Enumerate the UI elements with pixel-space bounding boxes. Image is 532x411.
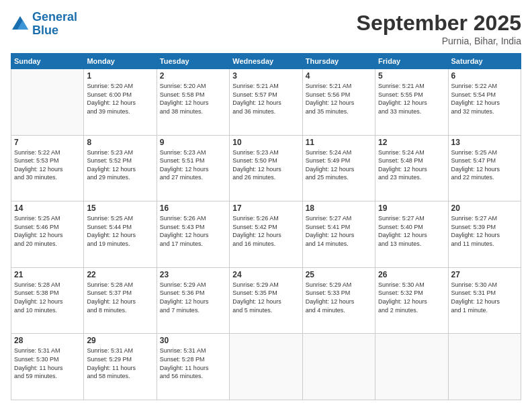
day-info: Sunrise: 5:29 AM Sunset: 5:35 PM Dayligh… (232, 281, 299, 314)
month-title: September 2025 (357, 11, 521, 36)
calendar-week-row: 21Sunrise: 5:28 AM Sunset: 5:38 PM Dayli… (11, 267, 521, 334)
calendar-cell: 4Sunrise: 5:21 AM Sunset: 5:56 PM Daylig… (302, 69, 375, 136)
weekday-header: Sunday (11, 54, 84, 69)
day-info: Sunrise: 5:27 AM Sunset: 5:39 PM Dayligh… (451, 214, 518, 248)
day-number: 12 (378, 138, 445, 147)
day-number: 27 (451, 270, 518, 279)
day-info: Sunrise: 5:23 AM Sunset: 5:51 PM Dayligh… (160, 148, 226, 182)
logo-line2: Blue (32, 24, 58, 37)
calendar-week-row: 1Sunrise: 5:20 AM Sunset: 6:00 PM Daylig… (11, 69, 521, 136)
day-number: 21 (14, 270, 81, 279)
calendar-cell: 15Sunrise: 5:25 AM Sunset: 5:44 PM Dayli… (84, 201, 157, 268)
day-info: Sunrise: 5:29 AM Sunset: 5:36 PM Dayligh… (160, 281, 226, 314)
day-number: 5 (378, 71, 445, 81)
logo-text: General Blue (32, 11, 77, 38)
day-number: 7 (14, 138, 81, 147)
day-info: Sunrise: 5:24 AM Sunset: 5:48 PM Dayligh… (378, 148, 445, 182)
day-info: Sunrise: 5:23 AM Sunset: 5:52 PM Dayligh… (87, 148, 153, 182)
calendar-cell: 3Sunrise: 5:21 AM Sunset: 5:57 PM Daylig… (230, 69, 302, 136)
day-number: 11 (306, 138, 372, 147)
day-number: 8 (87, 138, 153, 147)
day-info: Sunrise: 5:31 AM Sunset: 5:29 PM Dayligh… (87, 347, 153, 380)
day-number: 6 (451, 71, 518, 81)
day-info: Sunrise: 5:30 AM Sunset: 5:31 PM Dayligh… (451, 281, 518, 314)
day-info: Sunrise: 5:31 AM Sunset: 5:28 PM Dayligh… (160, 347, 226, 380)
day-info: Sunrise: 5:20 AM Sunset: 6:00 PM Dayligh… (87, 82, 153, 116)
day-number: 28 (14, 336, 81, 345)
calendar-cell: 28Sunrise: 5:31 AM Sunset: 5:30 PM Dayli… (11, 334, 84, 400)
logo-icon (11, 15, 30, 34)
day-info: Sunrise: 5:20 AM Sunset: 5:58 PM Dayligh… (160, 82, 226, 116)
calendar-cell (230, 334, 302, 400)
day-number: 15 (87, 203, 153, 213)
calendar-table: SundayMondayTuesdayWednesdayThursdayFrid… (11, 53, 521, 400)
calendar-cell: 14Sunrise: 5:25 AM Sunset: 5:46 PM Dayli… (11, 201, 84, 268)
calendar-cell: 18Sunrise: 5:27 AM Sunset: 5:41 PM Dayli… (302, 201, 375, 268)
day-info: Sunrise: 5:25 AM Sunset: 5:44 PM Dayligh… (87, 214, 153, 248)
day-number: 17 (232, 203, 299, 213)
calendar-cell: 7Sunrise: 5:22 AM Sunset: 5:53 PM Daylig… (11, 135, 84, 201)
day-info: Sunrise: 5:23 AM Sunset: 5:50 PM Dayligh… (232, 148, 299, 182)
title-block: September 2025 Purnia, Bihar, India (357, 11, 521, 46)
calendar-cell: 9Sunrise: 5:23 AM Sunset: 5:51 PM Daylig… (157, 135, 229, 201)
calendar-cell: 5Sunrise: 5:21 AM Sunset: 5:55 PM Daylig… (375, 69, 448, 136)
day-number: 2 (160, 71, 226, 81)
day-info: Sunrise: 5:21 AM Sunset: 5:57 PM Dayligh… (232, 82, 299, 116)
day-number: 13 (451, 138, 518, 147)
calendar-cell: 12Sunrise: 5:24 AM Sunset: 5:48 PM Dayli… (375, 135, 448, 201)
weekday-header: Tuesday (157, 54, 229, 69)
day-number: 10 (232, 138, 299, 147)
location: Purnia, Bihar, India (357, 36, 521, 46)
calendar-cell: 25Sunrise: 5:29 AM Sunset: 5:33 PM Dayli… (302, 267, 375, 334)
calendar-cell: 13Sunrise: 5:25 AM Sunset: 5:47 PM Dayli… (448, 135, 521, 201)
calendar-cell (11, 69, 84, 136)
calendar-cell: 24Sunrise: 5:29 AM Sunset: 5:35 PM Dayli… (230, 267, 302, 334)
weekday-header: Friday (375, 54, 448, 69)
day-number: 30 (160, 336, 226, 345)
day-info: Sunrise: 5:21 AM Sunset: 5:55 PM Dayligh… (378, 82, 445, 116)
logo: General Blue (11, 11, 77, 38)
logo-line1: General (32, 10, 77, 24)
calendar-cell: 26Sunrise: 5:30 AM Sunset: 5:32 PM Dayli… (375, 267, 448, 334)
day-info: Sunrise: 5:25 AM Sunset: 5:46 PM Dayligh… (14, 214, 81, 248)
calendar-cell: 10Sunrise: 5:23 AM Sunset: 5:50 PM Dayli… (230, 135, 302, 201)
day-number: 14 (14, 203, 81, 213)
calendar-cell: 29Sunrise: 5:31 AM Sunset: 5:29 PM Dayli… (84, 334, 157, 400)
day-number: 25 (306, 270, 372, 279)
day-number: 18 (306, 203, 372, 213)
day-info: Sunrise: 5:22 AM Sunset: 5:54 PM Dayligh… (451, 82, 518, 116)
calendar-week-row: 14Sunrise: 5:25 AM Sunset: 5:46 PM Dayli… (11, 201, 521, 268)
day-number: 1 (87, 71, 153, 81)
day-info: Sunrise: 5:21 AM Sunset: 5:56 PM Dayligh… (306, 82, 372, 116)
calendar-cell: 22Sunrise: 5:28 AM Sunset: 5:37 PM Dayli… (84, 267, 157, 334)
day-info: Sunrise: 5:26 AM Sunset: 5:43 PM Dayligh… (160, 214, 226, 248)
day-info: Sunrise: 5:28 AM Sunset: 5:38 PM Dayligh… (14, 281, 81, 314)
day-info: Sunrise: 5:27 AM Sunset: 5:40 PM Dayligh… (378, 214, 445, 248)
day-info: Sunrise: 5:22 AM Sunset: 5:53 PM Dayligh… (14, 148, 81, 182)
day-number: 4 (306, 71, 372, 81)
day-info: Sunrise: 5:27 AM Sunset: 5:41 PM Dayligh… (306, 214, 372, 248)
day-info: Sunrise: 5:25 AM Sunset: 5:47 PM Dayligh… (451, 148, 518, 182)
weekday-header: Wednesday (230, 54, 302, 69)
day-number: 24 (232, 270, 299, 279)
calendar-cell: 30Sunrise: 5:31 AM Sunset: 5:28 PM Dayli… (157, 334, 229, 400)
calendar-cell (375, 334, 448, 400)
calendar-cell: 11Sunrise: 5:24 AM Sunset: 5:49 PM Dayli… (302, 135, 375, 201)
day-number: 19 (378, 203, 445, 213)
calendar-cell: 16Sunrise: 5:26 AM Sunset: 5:43 PM Dayli… (157, 201, 229, 268)
day-info: Sunrise: 5:24 AM Sunset: 5:49 PM Dayligh… (306, 148, 372, 182)
day-number: 26 (378, 270, 445, 279)
calendar-cell: 19Sunrise: 5:27 AM Sunset: 5:40 PM Dayli… (375, 201, 448, 268)
day-info: Sunrise: 5:31 AM Sunset: 5:30 PM Dayligh… (14, 347, 81, 380)
calendar-cell: 17Sunrise: 5:26 AM Sunset: 5:42 PM Dayli… (230, 201, 302, 268)
day-number: 23 (160, 270, 226, 279)
calendar-cell: 27Sunrise: 5:30 AM Sunset: 5:31 PM Dayli… (448, 267, 521, 334)
page: General Blue September 2025 Purnia, Biha… (0, 0, 532, 411)
calendar-cell: 6Sunrise: 5:22 AM Sunset: 5:54 PM Daylig… (448, 69, 521, 136)
weekday-header: Monday (84, 54, 157, 69)
calendar-cell: 20Sunrise: 5:27 AM Sunset: 5:39 PM Dayli… (448, 201, 521, 268)
day-info: Sunrise: 5:30 AM Sunset: 5:32 PM Dayligh… (378, 281, 445, 314)
calendar-header-row: SundayMondayTuesdayWednesdayThursdayFrid… (11, 54, 521, 69)
calendar-week-row: 7Sunrise: 5:22 AM Sunset: 5:53 PM Daylig… (11, 135, 521, 201)
day-number: 16 (160, 203, 226, 213)
